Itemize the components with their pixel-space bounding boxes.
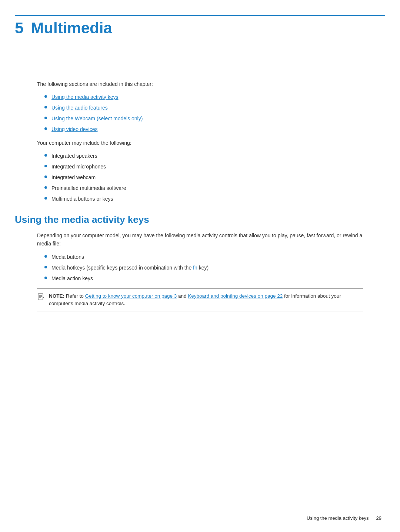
bullet-icon [44,197,47,200]
note-label: NOTE: [49,293,64,299]
list-item: Using the media activity keys [44,93,363,101]
bullet-icon [44,95,47,98]
note-link-keyboard[interactable]: Keyboard and pointing devices on page 22 [188,293,283,299]
list-item: Media action keys [44,275,363,282]
content-area: The following sections are included in t… [0,80,400,203]
bullet-icon [44,117,47,119]
section-intro: Depending on your computer model, you ma… [37,231,363,248]
bullet-icon [44,154,47,157]
toc-link-video[interactable]: Using video devices [51,126,98,133]
bullet-icon [44,127,47,130]
list-item: Integrated webcam [44,174,363,181]
section-content: Depending on your computer model, you ma… [0,231,400,311]
list-item: Multimedia buttons or keys [44,195,363,203]
bullet-icon [44,255,47,258]
list-item: Using video devices [44,126,363,133]
bullet-icon [44,175,47,178]
list-item: Using the audio features [44,104,363,112]
list-item: Media hotkeys (specific keys pressed in … [44,264,363,272]
list-item: Integrated speakers [44,152,363,160]
chapter-number: 5 [15,20,23,36]
toc-link-audio[interactable]: Using the audio features [51,104,108,112]
note-content: NOTE: Refer to Getting to know your comp… [49,292,363,308]
bullet-icon [44,277,47,279]
section-heading: Using the media activity keys [0,214,400,225]
media-controls-list: Media buttons Media hotkeys (specific ke… [44,253,363,282]
note-svg-icon [37,293,45,301]
toc-link-media-activity[interactable]: Using the media activity keys [51,93,119,101]
bullet-icon [44,266,47,268]
footer-section-label: Using the media activity keys [307,515,369,521]
footer-page-number: 29 [376,515,381,521]
page-container: 5 Multimedia The following sections are … [0,0,400,532]
toc-link-webcam[interactable]: Using the Webcam (select models only) [51,115,143,123]
list-item: Integrated microphones [44,163,363,171]
fn-key-label: fn [193,265,197,271]
toc-list: Using the media activity keys Using the … [44,93,363,133]
top-border-decoration [15,15,385,16]
note-icon [37,293,45,301]
bullet-icon [44,165,47,167]
note-link-getting-to-know[interactable]: Getting to know your computer on page 3 [85,293,177,299]
computer-includes-intro: Your computer may include the following: [37,139,363,147]
note-box: NOTE: Refer to Getting to know your comp… [37,288,363,312]
list-item: Using the Webcam (select models only) [44,115,363,123]
page-footer: Using the media activity keys 29 [307,515,381,521]
chapter-header: 5 Multimedia [0,0,400,36]
computer-includes-list: Integrated speakers Integrated microphon… [44,152,363,203]
list-item: Media buttons [44,253,363,261]
list-item: Preinstalled multimedia software [44,184,363,192]
bullet-icon [44,186,47,189]
intro-text: The following sections are included in t… [37,80,363,88]
chapter-title: Multimedia [31,20,112,36]
bullet-icon [44,106,47,108]
